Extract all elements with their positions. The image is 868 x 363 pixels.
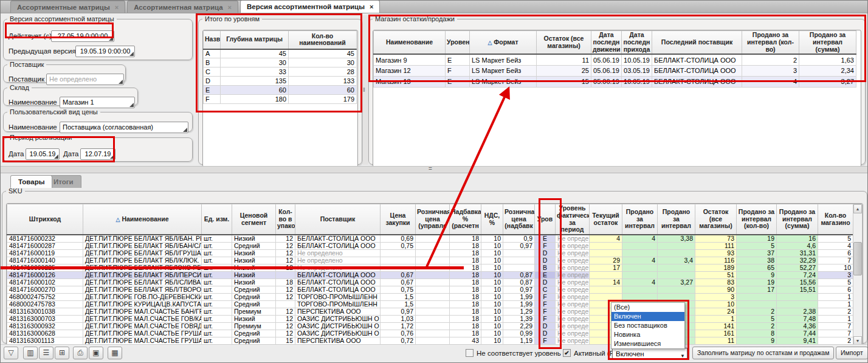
cell[interactable]: 4 [622,235,658,243]
cell[interactable]: 12 [276,250,295,257]
column-header[interactable]: Розничная цена (надбавк [503,204,535,235]
cell[interactable]: 1,39 [503,316,535,323]
cell[interactable]: 18 [450,257,481,264]
cell[interactable]: 2 [737,308,777,316]
cell[interactable]: Не опреде [556,337,590,345]
cell[interactable] [416,286,450,294]
cell[interactable]: E [446,54,470,65]
cell[interactable]: 10 [481,337,503,345]
grid-button[interactable]: ▦ [108,347,122,359]
cell[interactable] [416,330,450,337]
cell[interactable]: 10.05.19 [622,54,652,65]
cell[interactable]: Средний [232,330,276,337]
cell[interactable]: Не опреде [556,250,590,257]
cell[interactable]: 12 [276,316,295,323]
cell[interactable] [503,257,535,264]
cell[interactable]: шт. [202,330,232,337]
cell[interactable] [622,250,658,257]
cell[interactable]: 3 [742,65,799,76]
cell[interactable]: Низкий [232,279,276,286]
cell[interactable]: 38 [737,257,777,264]
cell[interactable]: F [535,243,556,250]
cell[interactable]: 11 [695,337,737,345]
cell[interactable]: E [204,86,221,95]
cell[interactable]: 0,69 [381,235,416,243]
cell[interactable]: 6 [818,286,853,294]
table-row[interactable]: 4814716000225ДЕТ.ПИТ.ПЮРЕ БЕЛЛАКТ ЯБЛОКО… [7,264,853,272]
tab-close-icon[interactable]: × [370,3,373,10]
cell[interactable]: 10 [481,250,503,257]
cell[interactable]: шт. [202,301,232,308]
cell[interactable]: 4814716000287 [7,243,83,250]
cell[interactable]: 45 [289,49,357,58]
table-row[interactable]: 4814716000102ДЕТ.ПИТ.ПЮРЕ БЕЛЛАКТ ЯБЛ/СЛ… [7,279,853,286]
cell[interactable] [416,264,450,272]
cell[interactable]: БЕЛЛАКТ-СТОЛИЦА ООО [295,286,381,294]
cell[interactable]: 4813163001038 [7,308,83,316]
cell[interactable]: C [204,67,221,77]
cell[interactable]: Не опреде [556,301,590,308]
cell[interactable]: 10 [481,323,503,330]
column-header[interactable]: Поставщик [295,204,381,235]
cell[interactable]: 4813163000628 [7,330,83,337]
cell[interactable]: 6 [818,250,853,257]
table-row[interactable]: 4814716000119ДЕТ.ПИТ.ПЮРЕ БЕЛЛАКТ ЯБЛ/ГР… [7,250,853,257]
column-header[interactable]: △Формат [470,31,537,55]
cell[interactable]: E [446,76,470,87]
cell[interactable]: 14 [590,279,622,286]
cell[interactable]: ОАЗИС ДИСТРИБЬЮШН О [295,330,381,337]
column-header[interactable]: Дата последн движени [591,31,622,55]
cell[interactable]: 45 [221,49,289,58]
cell[interactable]: 12 [276,308,295,316]
column-header[interactable]: Остаток (все магазины) [537,31,591,55]
cell[interactable] [590,250,622,257]
cell[interactable]: 12 [276,286,295,294]
cell[interactable]: 0,99 [503,330,535,337]
cell[interactable]: 4814716000270 [7,286,83,294]
cell[interactable]: 4814716000102 [7,279,83,286]
cell[interactable]: 15,51 [777,286,818,294]
cell[interactable]: 5 [818,279,853,286]
cell[interactable]: ДЕТ.ПИТ.ПЮРЕ МАЛ.СЧАСТЬЕ ГОВЯД [83,323,202,330]
cell[interactable]: 141 [695,323,737,330]
cell[interactable]: Не опреде [556,286,590,294]
cell[interactable] [416,294,450,301]
horizontal-splitter[interactable]: = [1,166,867,173]
cell[interactable]: 7,48 [777,316,818,323]
cell[interactable]: 30 [289,58,357,67]
cell[interactable]: Не определено [295,250,381,257]
cell[interactable] [590,286,622,294]
active-checkbox[interactable]: ✔ [563,349,571,357]
tab-matrix-version[interactable]: Версия ассортиментной матрицы× [240,0,380,13]
cell[interactable]: 1,5 [381,301,416,308]
table-row[interactable]: 4814716000287ДЕТ.ПИТ.ПЮРЕ БЕЛЛАКТ ЯБЛ/БА… [7,243,853,250]
cell[interactable]: 18 [450,323,481,330]
cell[interactable]: ТОРГОВО-ПРОМЫШЛЕНН [295,301,381,308]
column-header[interactable]: Кол-во в упако [276,204,295,235]
cell[interactable]: 2 [742,54,799,65]
column-header[interactable]: Штрихкод [7,204,83,235]
dropdown-option[interactable]: Новинка [611,330,684,339]
cell[interactable]: 12 [276,294,295,301]
cell[interactable]: 37 [737,250,777,257]
cell[interactable]: D [535,250,556,257]
cell[interactable]: 15 [276,337,295,345]
cell[interactable]: Низкий [232,316,276,323]
cell[interactable]: Не опреде [556,323,590,330]
table-row[interactable]: Магазин 9ELS Маркет Бейз1105.06.1910.05.… [374,54,856,65]
cell[interactable]: 60 [289,86,357,95]
cell[interactable]: ТОРГОВО-ПРОМЫШЛЕНН [295,294,381,301]
cell[interactable]: 3 [695,294,737,301]
cell[interactable]: 33 [221,67,289,77]
cell[interactable] [622,243,658,250]
cell[interactable]: Не определено [295,264,381,272]
column-header[interactable]: Наименование [374,31,446,55]
cell[interactable]: 4 [622,279,658,286]
cell[interactable]: Не опреде [556,294,590,301]
cell[interactable]: шт. [202,279,232,286]
column-header[interactable]: Продано за интервал (сумма) [777,204,818,235]
tab-assortment-matrix[interactable]: Ассортиментная матрица× [127,1,238,13]
cell[interactable]: Не опреде [556,316,590,323]
cell[interactable]: 18 [450,308,481,316]
cell[interactable] [658,264,695,272]
